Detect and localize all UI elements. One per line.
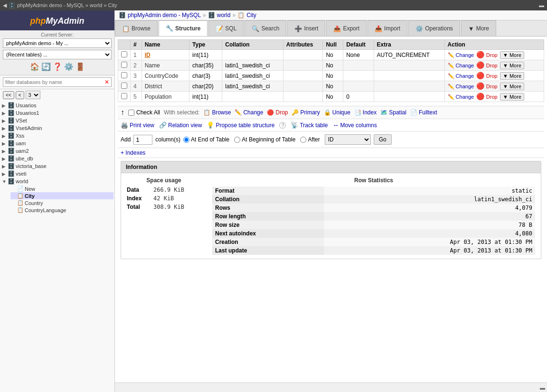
ws-index[interactable]: 📑 Index [354,109,377,116]
more-button[interactable]: ▼ More [500,72,524,80]
go-button[interactable]: Go [374,134,392,145]
db-item-world-countrylanguage[interactable]: 📋 CountryLanguage [10,206,113,214]
ws-primary[interactable]: 🔑 Primary [292,109,320,116]
drop-link[interactable]: Drop [486,94,498,100]
indexes-link[interactable]: + Indexes [118,148,544,158]
drop-icon: 🔴 [476,93,484,100]
db-item-world-country[interactable]: 📋 Country [10,199,113,206]
ws-drop[interactable]: 🔴 Drop [267,109,288,116]
tab-sql[interactable]: 📝 SQL [208,20,244,36]
bc-server-link[interactable]: phpMyAdmin demo - MySQL [128,12,201,19]
db-item-vseti[interactable]: ▶ 🗄️ vseti [1,170,113,177]
col-name-link[interactable]: ID [145,52,151,58]
toolbar-links: 🖨️ Print view 🔗 Relation view 💡 Propose … [118,119,544,131]
tab-import[interactable]: 📥 Import [368,20,407,36]
more-button[interactable]: ▼ More [500,51,524,59]
track-table-link[interactable]: 📡 Track table [291,121,328,129]
filter-databases-input[interactable] [3,78,103,86]
nav-back-icon[interactable]: ◀ [3,2,7,9]
drop-link[interactable]: Drop [486,73,498,79]
minimize-button[interactable]: ▬ [540,385,545,391]
check-all-checkbox[interactable] [128,110,134,116]
db-item-ube-db[interactable]: ▶ 🗄️ ube_db [1,155,113,162]
table-row: 1 ID int(11) No None AUTO_INCREMENT ✏️ C… [118,50,544,60]
help-icon[interactable]: ❓ [53,62,62,71]
table-row: 2 Name char(35) latin1_swedish_ci No ✏️ … [118,60,544,71]
recent-tables-select[interactable]: (Recent tables) ... [3,50,112,59]
home-icon[interactable]: 🏠 [30,62,39,71]
topbar-minimize[interactable]: ▬ [539,2,544,8]
propose-table-link[interactable]: 💡 Propose table structure [207,121,274,129]
tab-browse[interactable]: 📋 Browse [115,20,158,36]
print-view-link[interactable]: 🖨️ Print view [121,121,154,129]
db-item-xss[interactable]: ▶ 🗄️ Xss [1,132,113,140]
db-item-world-city[interactable]: 📋 City [10,192,113,199]
tab-search[interactable]: 🔍 Search [245,20,286,36]
logout-icon[interactable]: 🚪 [75,62,85,71]
db-item-victoria-base[interactable]: ▶ 🗄️ victoria_base [1,162,113,170]
refresh-icon[interactable]: 🔄 [41,62,51,71]
db-item-vset[interactable]: ▶ 🗄️ VSet [1,117,113,124]
ws-fulltext[interactable]: 📄 Fulltext [410,109,437,116]
more-button[interactable]: ▼ More [500,93,524,101]
after-radio[interactable] [300,137,306,143]
more-button[interactable]: ▼ More [500,62,524,69]
drop-link[interactable]: Drop [486,84,498,89]
change-link[interactable]: ✏️ Change [448,52,474,58]
more-button[interactable]: ▼ More [500,83,524,90]
print-icon: 🖨️ [121,121,128,129]
row-checkbox[interactable] [121,62,127,68]
page-select[interactable]: 3 [26,91,40,99]
filter-clear-button[interactable]: ✕ [103,78,111,86]
row-checkbox[interactable] [121,93,127,99]
ws-change[interactable]: ✏️ Change [235,109,263,116]
col-type: int(11) [189,92,222,102]
row-checkbox[interactable] [121,83,127,89]
bc-db-link[interactable]: world [217,12,231,19]
column-s-label: column(s) [155,136,180,143]
db-item-usuarios1[interactable]: ▶ 🗄️ Usuarios1 [1,109,113,117]
bc-table-link[interactable]: City [246,12,256,19]
col-type: char(35) [189,60,222,71]
db-item-usuarios[interactable]: ▶ 🗄️ Usuarios [1,102,113,109]
drop-link[interactable]: Drop [486,63,498,68]
change-link[interactable]: ✏️ Change [448,94,474,100]
tab-export[interactable]: 📤 Export [326,20,367,36]
server-label: Current Server: [3,32,112,37]
tab-operations[interactable]: ⚙️ Operations [408,20,460,36]
db-item-world-new[interactable]: 📄 New [10,185,113,192]
server-select[interactable]: phpMyAdmin demo - My ... [3,38,112,48]
nav-prev-button[interactable]: < [16,91,24,99]
col-name-text: Population [145,93,172,100]
drop-link[interactable]: Drop [486,52,498,58]
last-update-label: Last update [212,246,324,255]
at-end-radio[interactable] [183,137,189,143]
change-link[interactable]: ✏️ Change [448,84,474,90]
ws-unique[interactable]: 🔒 Unique [324,109,350,116]
ws-browse[interactable]: 📋 Browse [203,109,231,116]
db-item-uam2[interactable]: ▶ 🗄️ uam2 [1,147,113,155]
col-null: No [323,60,343,71]
db-item-vsetiadmin[interactable]: ▶ 🗄️ VsetiAdmin [1,124,113,132]
db-item-world[interactable]: ▼ 🗄️ world [1,177,113,185]
after-column-select[interactable]: ID Name CountryCode District Population [325,134,371,145]
tab-insert[interactable]: ➕ Insert [287,20,325,36]
nav-prev-prev-button[interactable]: << [3,91,14,99]
db-item-uam[interactable]: ▶ 🗄️ uam [1,140,113,147]
tab-more[interactable]: ▼ More [461,20,496,36]
col-actions: ✏️ Change 🔴 Drop ▼ More [444,50,544,60]
stat-row-row-size: Row size 78 B [212,221,535,229]
change-link[interactable]: ✏️ Change [448,63,474,69]
relation-view-link[interactable]: 🔗 Relation view [159,121,202,129]
at-begin-radio[interactable] [234,137,240,143]
row-checkbox[interactable] [121,72,127,78]
db-icon: 🗄️ [8,140,15,147]
ws-spatial[interactable]: 🗺️ Spatial [380,109,406,116]
settings-icon[interactable]: ⚙️ [64,62,74,71]
add-column-count-input[interactable] [133,135,152,145]
row-checkbox[interactable] [121,51,127,57]
move-columns-link[interactable]: ↔️ Move columns [332,121,377,129]
tab-structure[interactable]: 🔧 Structure [159,20,207,36]
change-link[interactable]: ✏️ Change [448,73,474,79]
propose-help-icon[interactable]: ? [279,122,286,129]
